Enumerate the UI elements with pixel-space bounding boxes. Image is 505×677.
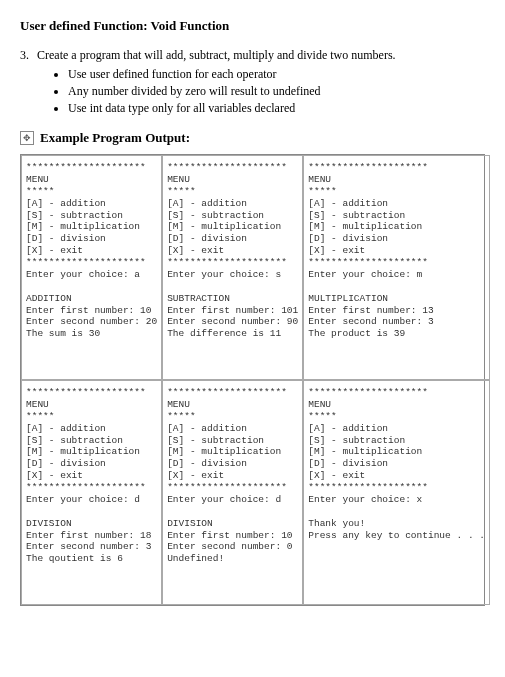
console-line: ***** — [308, 411, 485, 423]
console-line: ********************* — [167, 162, 298, 174]
console-line: ********************* — [26, 162, 157, 174]
panel-division-zero: *********************MENU*****[A] - addi… — [162, 380, 303, 605]
bullet-item: Use int data type only for all variables… — [68, 101, 485, 116]
panel-multiplication: *********************MENU*****[A] - addi… — [303, 155, 490, 380]
console-line: [D] - division — [167, 458, 298, 470]
console-line: ********************* — [308, 482, 485, 494]
console-line: Enter your choice: d — [167, 494, 298, 506]
console-line: [S] - subtraction — [308, 435, 485, 447]
console-line: [A] - addition — [26, 423, 157, 435]
console-line: Thank you! — [308, 518, 485, 530]
bullet-item: Use user defined function for each opera… — [68, 67, 485, 82]
console-line: [A] - addition — [26, 198, 157, 210]
console-line: Undefined! — [167, 553, 298, 565]
console-line: [X] - exit — [167, 470, 298, 482]
console-line: Enter first number: 13 — [308, 305, 485, 317]
console-line: [D] - division — [26, 458, 157, 470]
console-line: [S] - subtraction — [308, 210, 485, 222]
bullet-item: Any number divided by zero will result t… — [68, 84, 485, 99]
console-line — [167, 506, 298, 518]
page-title: User defined Function: Void Function — [20, 18, 485, 34]
console-line: ********************* — [26, 257, 157, 269]
console-line: ********************* — [308, 162, 485, 174]
console-line: [A] - addition — [308, 198, 485, 210]
console-line: ********************* — [26, 482, 157, 494]
panel-exit: *********************MENU*****[A] - addi… — [303, 380, 490, 605]
console-line: ********************* — [308, 257, 485, 269]
console-line — [26, 281, 157, 293]
console-line: Enter second number: 3 — [26, 541, 157, 553]
question-text: 3. Create a program that will add, subtr… — [20, 48, 485, 63]
console-line — [308, 281, 485, 293]
panel-addition: *********************MENU*****[A] - addi… — [21, 155, 162, 380]
console-line: ********************* — [167, 387, 298, 399]
console-line: Enter first number: 101 — [167, 305, 298, 317]
console-line: The sum is 30 — [26, 328, 157, 340]
console-line: The product is 39 — [308, 328, 485, 340]
console-line: ********************* — [167, 482, 298, 494]
console-line: [D] - division — [308, 458, 485, 470]
console-line: The difference is 11 — [167, 328, 298, 340]
console-line: ***** — [167, 186, 298, 198]
console-line — [308, 506, 485, 518]
console-line: MENU — [26, 174, 157, 186]
bullet-list: Use user defined function for each opera… — [68, 67, 485, 116]
console-line: Press any key to continue . . . — [308, 530, 485, 542]
console-line: Enter first number: 10 — [26, 305, 157, 317]
console-line — [167, 281, 298, 293]
console-line: ***** — [26, 411, 157, 423]
move-icon: ✥ — [20, 131, 34, 145]
console-line: [M] - multiplication — [308, 446, 485, 458]
console-line: Enter your choice: d — [26, 494, 157, 506]
console-line: MENU — [167, 174, 298, 186]
console-line: MENU — [308, 399, 485, 411]
console-line: [D] - division — [308, 233, 485, 245]
console-line: ***** — [26, 186, 157, 198]
console-line: Enter your choice: a — [26, 269, 157, 281]
console-line: [M] - multiplication — [26, 221, 157, 233]
console-line: DIVISION — [167, 518, 298, 530]
console-line: Enter second number: 20 — [26, 316, 157, 328]
console-line: Enter first number: 10 — [167, 530, 298, 542]
console-line: [M] - multiplication — [26, 446, 157, 458]
console-line: Enter your choice: m — [308, 269, 485, 281]
console-line: [D] - division — [26, 233, 157, 245]
question-number: 3. — [20, 48, 34, 63]
console-line: [M] - multiplication — [167, 221, 298, 233]
console-line: MULTIPLICATION — [308, 293, 485, 305]
console-line: ********************* — [308, 387, 485, 399]
console-line: The qoutient is 6 — [26, 553, 157, 565]
console-line: [S] - subtraction — [167, 210, 298, 222]
console-line: [D] - division — [167, 233, 298, 245]
output-label: Example Program Output: — [40, 130, 190, 146]
console-line: Enter second number: 90 — [167, 316, 298, 328]
console-line: ***** — [308, 186, 485, 198]
console-line: ********************* — [26, 387, 157, 399]
console-line: Enter first number: 18 — [26, 530, 157, 542]
console-line: SUBTRACTION — [167, 293, 298, 305]
console-line: [A] - addition — [167, 198, 298, 210]
console-line — [26, 506, 157, 518]
console-line: ***** — [167, 411, 298, 423]
console-line: [A] - addition — [167, 423, 298, 435]
console-line: [X] - exit — [308, 245, 485, 257]
console-line: Enter your choice: s — [167, 269, 298, 281]
console-line: [X] - exit — [167, 245, 298, 257]
console-line: DIVISION — [26, 518, 157, 530]
console-line: MENU — [26, 399, 157, 411]
console-line: ********************* — [167, 257, 298, 269]
console-line: [M] - multiplication — [308, 221, 485, 233]
console-line: [S] - subtraction — [167, 435, 298, 447]
console-line: ADDITION — [26, 293, 157, 305]
console-line: Enter your choice: x — [308, 494, 485, 506]
console-line: [S] - subtraction — [26, 435, 157, 447]
console-line: [X] - exit — [26, 470, 157, 482]
panel-division: *********************MENU*****[A] - addi… — [21, 380, 162, 605]
console-line: MENU — [167, 399, 298, 411]
console-line: [A] - addition — [308, 423, 485, 435]
console-line: Enter second number: 0 — [167, 541, 298, 553]
console-line: [S] - subtraction — [26, 210, 157, 222]
console-line: MENU — [308, 174, 485, 186]
console-line: [X] - exit — [308, 470, 485, 482]
question-body: Create a program that will add, subtract… — [37, 48, 396, 62]
